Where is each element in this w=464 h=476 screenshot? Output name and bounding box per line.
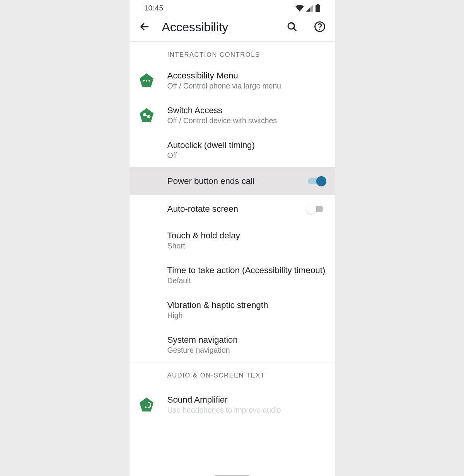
row-autoclick[interactable]: Autoclick (dwell timing) Off bbox=[130, 133, 335, 167]
help-icon bbox=[314, 21, 326, 32]
row-system-navigation[interactable]: System navigation Gesture navigation bbox=[130, 327, 335, 362]
row-title: System navigation bbox=[167, 335, 326, 345]
cellular-icon bbox=[306, 5, 313, 12]
wifi-icon bbox=[295, 5, 304, 12]
row-subtitle: Short bbox=[167, 241, 326, 250]
search-button[interactable] bbox=[286, 21, 298, 34]
row-auto-rotate[interactable]: Auto-rotate screen bbox=[130, 195, 335, 223]
back-button[interactable] bbox=[139, 21, 150, 34]
row-title: Vibration & haptic strength bbox=[167, 300, 326, 310]
row-touch-hold-delay[interactable]: Touch & hold delay Short bbox=[130, 223, 335, 258]
row-title: Power button ends call bbox=[167, 176, 303, 186]
row-title: Sound Amplifier bbox=[167, 395, 326, 405]
svg-point-2 bbox=[319, 29, 320, 30]
row-title: Switch Access bbox=[167, 105, 326, 116]
svg-point-3 bbox=[143, 80, 145, 82]
row-subtitle: High bbox=[167, 311, 326, 320]
section-header-interaction: Interaction controls bbox=[130, 42, 335, 63]
status-icons bbox=[295, 4, 320, 12]
switch-power-button[interactable] bbox=[306, 176, 326, 187]
search-icon bbox=[286, 21, 298, 32]
row-title: Autoclick (dwell timing) bbox=[167, 140, 326, 150]
row-sound-amplifier[interactable]: Sound Amplifier Use headphones to improv… bbox=[130, 384, 335, 418]
arrow-left-icon bbox=[139, 21, 150, 32]
row-vibration-haptic[interactable]: Vibration & haptic strength High bbox=[130, 292, 335, 327]
svg-point-5 bbox=[148, 80, 150, 82]
svg-point-0 bbox=[288, 23, 294, 29]
section-header-audio: Audio & on-screen text bbox=[130, 362, 335, 384]
row-power-button-ends-call[interactable]: Power button ends call bbox=[130, 167, 335, 195]
app-bar: Accessibility bbox=[130, 15, 335, 42]
row-accessibility-timeout[interactable]: Time to take action (Accessibility timeo… bbox=[130, 258, 335, 292]
phone-frame: 10:45 Accessibility Interaction controls… bbox=[130, 0, 335, 476]
svg-point-8 bbox=[145, 406, 147, 408]
page-title: Accessibility bbox=[162, 20, 275, 34]
row-subtitle: Off / Control phone via large menu bbox=[167, 82, 326, 90]
sound-amplifier-icon bbox=[139, 397, 154, 412]
row-switch-access[interactable]: Switch Access Off / Control device with … bbox=[130, 98, 335, 133]
row-subtitle: Gesture navigation bbox=[167, 346, 326, 355]
help-button[interactable] bbox=[314, 21, 326, 34]
switch-access-icon bbox=[139, 107, 154, 123]
row-title: Accessibility Menu bbox=[167, 71, 326, 81]
row-title: Time to take action (Accessibility timeo… bbox=[167, 265, 326, 275]
row-title: Touch & hold delay bbox=[167, 231, 326, 241]
row-subtitle: Off / Control device with switches bbox=[167, 116, 326, 125]
clock: 10:45 bbox=[144, 4, 164, 12]
status-bar: 10:45 bbox=[130, 0, 335, 15]
battery-icon bbox=[316, 4, 320, 12]
svg-point-4 bbox=[146, 80, 147, 82]
row-subtitle: Default bbox=[167, 276, 326, 285]
row-subtitle: Off bbox=[167, 151, 326, 160]
row-accessibility-menu[interactable]: Accessibility Menu Off / Control phone v… bbox=[130, 63, 335, 98]
row-subtitle: Use headphones to improve audio bbox=[167, 406, 326, 415]
row-title: Auto-rotate screen bbox=[167, 204, 303, 214]
switch-auto-rotate[interactable] bbox=[306, 204, 326, 214]
accessibility-menu-icon bbox=[139, 73, 154, 88]
